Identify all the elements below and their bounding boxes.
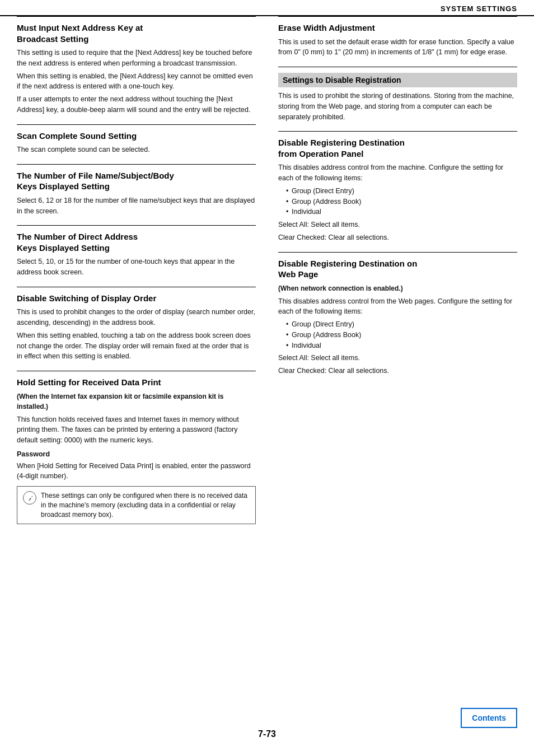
section-hold-setting: Hold Setting for Received Data Print (Wh… xyxy=(17,371,256,531)
list-item: Group (Direct Entry) xyxy=(286,319,517,330)
section-body-scan-complete: The scan complete sound can be selected. xyxy=(17,144,256,155)
section-body-direct-address-keys: Select 5, 10, or 15 for the number of on… xyxy=(17,256,256,278)
section-disable-switching: Disable Switching of Display Order This … xyxy=(17,287,256,371)
section-file-name-keys: The Number of File Name/Subject/BodyKeys… xyxy=(17,164,256,226)
page-header: SYSTEM SETTINGS xyxy=(0,0,534,16)
page-number: 7-73 xyxy=(258,729,276,739)
section-body-must-input: This setting is used to require that the… xyxy=(17,48,256,115)
left-column: Must Input Next Address Key atBroadcast … xyxy=(17,16,261,531)
list-item: Group (Address Book) xyxy=(286,330,517,340)
list-item: Group (Direct Entry) xyxy=(286,186,517,197)
note-icon: 𝒾 xyxy=(23,491,36,505)
page-header-title: SYSTEM SETTINGS xyxy=(441,4,517,13)
disable-reg-web-p1: This disables address control from the W… xyxy=(278,296,517,318)
section-disable-reg-op-panel: Disable Registering Destinationfrom Oper… xyxy=(278,131,517,251)
disable-reg-web-select-all: Select All: Select all items. xyxy=(278,353,517,363)
hold-setting-p1: This function holds received faxes and I… xyxy=(17,414,256,446)
hold-setting-password-label: Password xyxy=(17,449,256,460)
section-direct-address-keys: The Number of Direct AddressKeys Display… xyxy=(17,225,256,287)
contents-button[interactable]: Contents xyxy=(461,708,517,728)
section-title-direct-address-keys: The Number of Direct AddressKeys Display… xyxy=(17,231,256,253)
direct-address-keys-p1: Select 5, 10, or 15 for the number of on… xyxy=(17,256,256,278)
settings-disable-reg-p1: This is used to prohibit the storing of … xyxy=(278,91,517,122)
list-item: Individual xyxy=(286,207,517,217)
erase-width-p1: This is used to set the default erase wi… xyxy=(278,37,517,58)
section-body-disable-reg-web: (When network connection is enabled.) Th… xyxy=(278,283,517,376)
disable-switching-p2: When this setting enabled, touching a ta… xyxy=(17,330,256,362)
section-body-erase-width: This is used to set the default erase wi… xyxy=(278,37,517,58)
hold-setting-note-text: These settings can only be configured wh… xyxy=(41,491,250,519)
must-input-p1: This setting is used to require that the… xyxy=(17,48,256,69)
section-title-hold-setting: Hold Setting for Received Data Print xyxy=(17,377,256,388)
disable-reg-op-list: Group (Direct Entry) Group (Address Book… xyxy=(286,186,517,217)
section-title-disable-reg-op-panel: Disable Registering Destinationfrom Oper… xyxy=(278,137,517,159)
disable-reg-web-subtitle: (When network connection is enabled.) xyxy=(278,283,517,293)
section-erase-width: Erase Width Adjustment This is used to s… xyxy=(278,16,517,67)
hold-setting-p2: When [Hold Setting for Received Data Pri… xyxy=(17,461,256,482)
section-body-disable-switching: This is used to prohibit changes to the … xyxy=(17,307,256,362)
section-settings-disable-reg: Settings to Disable Registration This is… xyxy=(278,67,517,131)
page-footer: 7-73 Contents xyxy=(0,729,534,739)
file-name-keys-p1: Select 6, 12 or 18 for the number of fil… xyxy=(17,195,256,217)
section-title-scan-complete: Scan Complete Sound Setting xyxy=(17,130,256,142)
section-title-disable-reg-web: Disable Registering Destination onWeb Pa… xyxy=(278,258,517,280)
section-title-file-name-keys: The Number of File Name/Subject/BodyKeys… xyxy=(17,170,256,192)
list-item: Group (Address Book) xyxy=(286,197,517,207)
hold-setting-note-box: 𝒾 These settings can only be configured … xyxy=(17,486,256,524)
hold-setting-subtitle: (When the Internet fax expansion kit or … xyxy=(17,391,256,412)
section-body-file-name-keys: Select 6, 12 or 18 for the number of fil… xyxy=(17,195,256,217)
disable-reg-web-clear: Clear Checked: Clear all selections. xyxy=(278,366,517,376)
disable-reg-op-p1: This disables address control from the m… xyxy=(278,162,517,184)
scan-complete-p1: The scan complete sound can be selected. xyxy=(17,144,256,155)
section-body-settings-disable-reg: This is used to prohibit the storing of … xyxy=(278,91,517,122)
right-column: Erase Width Adjustment This is used to s… xyxy=(273,16,517,531)
section-scan-complete: Scan Complete Sound Setting The scan com… xyxy=(17,124,256,164)
section-must-input: Must Input Next Address Key atBroadcast … xyxy=(17,16,256,124)
disable-reg-web-list: Group (Direct Entry) Group (Address Book… xyxy=(286,319,517,351)
section-disable-reg-web: Disable Registering Destination onWeb Pa… xyxy=(278,252,517,385)
section-body-disable-reg-op-panel: This disables address control from the m… xyxy=(278,162,517,242)
disable-reg-op-select-all: Select All: Select all items. xyxy=(278,220,517,230)
disable-reg-op-clear: Clear Checked: Clear all selections. xyxy=(278,232,517,243)
must-input-p3: If a user attempts to enter the next add… xyxy=(17,94,256,115)
section-title-erase-width: Erase Width Adjustment xyxy=(278,22,517,34)
page-content: Must Input Next Address Key atBroadcast … xyxy=(0,16,534,531)
section-title-disable-switching: Disable Switching of Display Order xyxy=(17,293,256,304)
list-item: Individual xyxy=(286,340,517,351)
disable-switching-p1: This is used to prohibit changes to the … xyxy=(17,307,256,328)
section-title-must-input: Must Input Next Address Key atBroadcast … xyxy=(17,22,256,44)
section-body-hold-setting: (When the Internet fax expansion kit or … xyxy=(17,391,256,525)
section-title-settings-disable-reg: Settings to Disable Registration xyxy=(278,73,517,87)
must-input-p2: When this setting is enabled, the [Next … xyxy=(17,71,256,92)
